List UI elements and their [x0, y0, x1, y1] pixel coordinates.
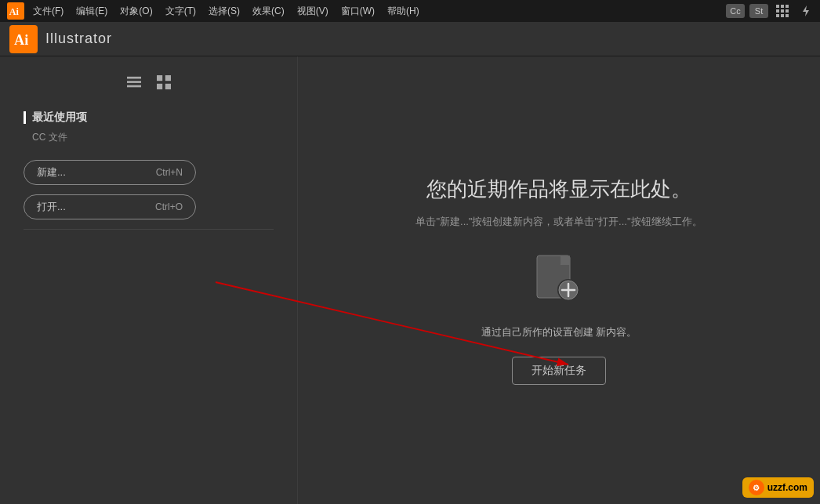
open-button-label: 打开...	[37, 200, 66, 214]
svg-rect-3	[781, 5, 784, 8]
svg-rect-19	[165, 84, 170, 89]
section-title: 最近使用项	[32, 111, 87, 125]
new-button-label: 新建...	[37, 165, 66, 179]
svg-rect-9	[781, 14, 784, 17]
cc-badge: Cc	[726, 4, 745, 18]
section-bar-indicator	[24, 111, 26, 124]
open-button-shortcut: Ctrl+O	[155, 201, 183, 212]
app-bar: Ai Illustrator	[0, 22, 820, 56]
new-button-shortcut: Ctrl+N	[156, 167, 183, 178]
settings-desc: 通过自己所作的设置创建 新内容。	[481, 325, 637, 341]
svg-rect-4	[786, 5, 789, 8]
svg-rect-6	[781, 9, 784, 13]
left-panel: 最近使用项 CC 文件 新建... Ctrl+N 打开... Ctrl+O	[0, 56, 298, 504]
svg-rect-13	[127, 77, 141, 79]
menu-object[interactable]: 对象(O)	[114, 0, 158, 22]
svg-marker-11	[803, 5, 809, 16]
start-new-task-button[interactable]: 开始新任务	[512, 357, 606, 385]
menu-select[interactable]: 选择(S)	[202, 0, 246, 22]
svg-rect-14	[127, 81, 141, 83]
view-toggle	[24, 72, 274, 95]
svg-rect-10	[786, 14, 789, 17]
menu-view[interactable]: 视图(V)	[291, 0, 335, 22]
svg-text:Ai: Ai	[14, 32, 28, 48]
svg-rect-22	[561, 256, 570, 265]
svg-rect-17	[165, 75, 170, 81]
list-view-button[interactable]	[122, 72, 146, 95]
menu-effect[interactable]: 效果(C)	[246, 0, 291, 22]
menu-window[interactable]: 窗口(W)	[335, 0, 381, 22]
section-header: 最近使用项	[24, 111, 274, 125]
welcome-title: 您的近期作品将显示在此处。	[426, 176, 691, 203]
menu-help[interactable]: 帮助(H)	[381, 0, 426, 22]
lightning-icon[interactable]	[796, 4, 815, 18]
watermark: ⚙ uzzf.com	[742, 477, 814, 498]
st-badge: St	[749, 4, 768, 18]
ai-logo-large: Ai	[9, 25, 38, 53]
file-icon-container	[535, 254, 582, 312]
menu-edit[interactable]: 编辑(E)	[70, 0, 114, 22]
new-button[interactable]: 新建... Ctrl+N	[24, 160, 196, 185]
title-bar: Ai 文件(F) 编辑(E) 对象(O) 文字(T) 选择(S) 效果(C) 视…	[0, 0, 820, 22]
divider	[24, 229, 274, 230]
title-bar-right: Cc St	[726, 4, 815, 18]
grid-icon[interactable]	[773, 4, 792, 18]
menu-text[interactable]: 文字(T)	[159, 0, 202, 22]
welcome-subtitle: 单击"新建..."按钮创建新内容，或者单击"打开..."按钮继续工作。	[415, 214, 702, 230]
svg-rect-16	[157, 75, 162, 81]
app-title: Illustrator	[45, 31, 112, 47]
svg-rect-5	[776, 9, 779, 13]
right-panel: 您的近期作品将显示在此处。 单击"新建..."按钮创建新内容，或者单击"打开..…	[298, 56, 820, 504]
watermark-icon: ⚙	[749, 480, 764, 495]
main-content: 最近使用项 CC 文件 新建... Ctrl+N 打开... Ctrl+O 您的…	[0, 56, 820, 504]
svg-rect-2	[776, 5, 779, 8]
svg-rect-15	[127, 85, 141, 88]
menu-bar: 文件(F) 编辑(E) 对象(O) 文字(T) 选择(S) 效果(C) 视图(V…	[27, 0, 726, 22]
watermark-text: uzzf.com	[767, 482, 807, 493]
ai-logo-small: Ai	[5, 0, 27, 22]
menu-file[interactable]: 文件(F)	[27, 0, 70, 22]
svg-rect-18	[157, 84, 162, 89]
svg-rect-8	[776, 14, 779, 17]
new-file-icon	[535, 254, 582, 309]
section-sub: CC 文件	[24, 131, 274, 144]
svg-text:Ai: Ai	[9, 6, 20, 17]
grid-view-button[interactable]	[152, 72, 176, 95]
svg-rect-7	[786, 9, 789, 13]
open-button[interactable]: 打开... Ctrl+O	[24, 194, 196, 219]
